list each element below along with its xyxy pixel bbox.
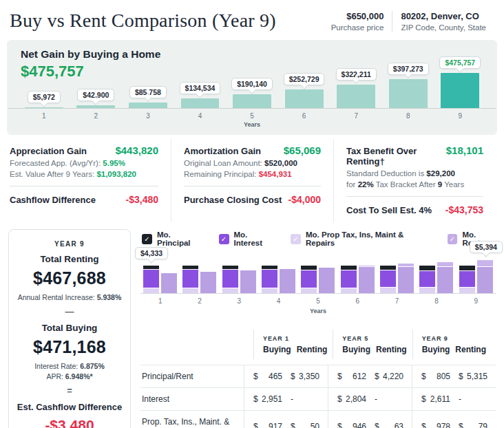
x-tick-label: 9	[456, 297, 496, 305]
legend-item[interactable]: ✓Mo. Prop Tax, Ins, Maint & Repairs	[291, 231, 435, 247]
legend-item[interactable]: ✓Mo. Principal	[142, 231, 207, 247]
money-cell: -	[291, 394, 322, 404]
table-column-header: Renting	[376, 345, 407, 354]
amount: 2,951	[262, 394, 282, 404]
checkbox-checked-icon[interactable]: ✓	[142, 234, 152, 244]
checkbox-checked-icon[interactable]: ✓	[291, 234, 301, 244]
expense-bar-group: 9$5,394	[456, 251, 496, 314]
row-label: Principal/Rent	[140, 365, 244, 387]
page-title: Buy vs Rent Comparison (Year 9)	[10, 10, 276, 32]
renting-bar[interactable]	[437, 262, 453, 294]
buying-bar[interactable]	[182, 266, 198, 294]
expenses-axis-line	[140, 293, 496, 294]
money-cell: $465	[253, 372, 285, 381]
cashflow-diff-value: -$3,480	[13, 417, 126, 428]
total-buying-label: Total Buying	[13, 323, 126, 333]
renting-bar[interactable]	[240, 270, 256, 294]
bar-value-tooltip: $190,140	[231, 78, 273, 90]
renting-bar[interactable]	[161, 273, 177, 294]
buying-bar[interactable]	[143, 266, 159, 294]
location-block: 80202, Denver, CO ZIP Code, County, Stat…	[392, 11, 494, 32]
cost-value: -$43,753	[445, 204, 483, 215]
amount: 63	[395, 422, 403, 428]
renting-bar[interactable]	[398, 264, 414, 294]
gain-block: Appreciation Gain$443,820Forecasted App.…	[10, 139, 158, 186]
amount: 917	[269, 422, 282, 428]
gain-detail-line: Standard Deduction is $29,200	[346, 169, 483, 178]
net-gain-bar-group: $134,5344	[174, 44, 227, 132]
renting-bar[interactable]	[477, 260, 493, 294]
buying-bar[interactable]	[301, 266, 317, 294]
location-value: 80202, Denver, CO	[401, 11, 486, 21]
net-gain-card: Net Gain by Buying a Home $475,757 $5,97…	[7, 40, 497, 135]
table-column-header: Renting	[297, 345, 328, 354]
bar-segment	[459, 266, 475, 270]
expenses-chart: 1$4,33323456789$5,394 Years	[140, 251, 496, 314]
table-row: Interest$2,951-$2,804-$2,611-	[140, 387, 496, 410]
bar-segment	[477, 267, 493, 294]
buying-bar[interactable]	[222, 266, 238, 294]
currency-sign: $	[375, 422, 379, 428]
currency-sign: $	[421, 394, 426, 404]
net-gain-axis-line	[8, 108, 496, 109]
gain-label: Appreciation Gain	[10, 146, 87, 156]
x-tick-label: 2	[180, 297, 219, 305]
net-gain-bar[interactable]	[441, 73, 479, 109]
row-label: Prop. Tax, Ins., Maint. & Repairs	[140, 411, 244, 428]
bar-segment	[262, 266, 277, 269]
header: Buy vs Rent Comparison (Year 9) $650,000…	[0, 0, 504, 37]
x-tick-label: 6	[278, 112, 330, 120]
net-gain-bar[interactable]	[233, 94, 271, 109]
expenses-chart-groups: 1$4,33323456789$5,394	[140, 251, 496, 314]
net-gain-bar[interactable]	[285, 89, 324, 109]
legend-item[interactable]: ✓Mo. Interest	[219, 231, 278, 247]
bar-segment	[319, 268, 335, 294]
renting-bar[interactable]	[280, 269, 295, 294]
buying-bar[interactable]	[419, 266, 435, 294]
checkbox-checked-icon[interactable]: ✓	[448, 234, 458, 244]
table-year-group: $805$5,315	[412, 365, 496, 387]
bar-segment	[341, 270, 357, 288]
money-cell: $946	[337, 422, 369, 428]
x-tick-label: 4	[174, 112, 227, 120]
amount: 978	[437, 422, 450, 428]
checkbox-checked-icon[interactable]: ✓	[219, 234, 229, 244]
money-cell: $3,350	[291, 372, 322, 381]
x-tick-label: 3	[122, 112, 174, 120]
net-gain-bar-group: $475,7579	[434, 44, 487, 132]
stat-column: Appreciation Gain$443,820Forecasted App.…	[8, 139, 171, 222]
net-gain-amount: $475,757	[21, 63, 160, 81]
buying-bar[interactable]	[459, 266, 475, 294]
currency-sign: $	[253, 422, 258, 428]
money-cell: $79	[459, 422, 490, 428]
amount: 805	[437, 372, 450, 381]
renting-bar[interactable]	[319, 268, 335, 294]
bar-value-tooltip: $5,972	[28, 91, 61, 103]
net-gain-bar[interactable]	[337, 85, 375, 109]
table-column-header: Buying	[342, 345, 370, 354]
gain-block: Amortization Gain$65,069Original Loan Am…	[184, 139, 321, 186]
cost-value: -$3,480	[126, 194, 158, 205]
bar-segment	[380, 266, 396, 270]
amount: 2,611	[430, 394, 450, 404]
expense-bar-group: 8	[417, 251, 456, 314]
gain-value: $18,101	[446, 145, 483, 156]
buying-bar[interactable]	[262, 266, 277, 294]
net-gain-bar-group: $190,1405	[226, 44, 278, 132]
legend-label: Mo. Interest	[234, 231, 279, 247]
renting-bar[interactable]	[359, 266, 375, 294]
buying-bar[interactable]	[380, 266, 396, 294]
cost-block: Purchase Closing Cost-$4,000	[184, 186, 321, 212]
money-cell: $805	[421, 372, 453, 381]
net-gain-bar[interactable]	[389, 79, 428, 109]
amount: 5,315	[467, 372, 487, 381]
table-year-group: $612$4,220	[328, 365, 412, 387]
money-cell: $2,611	[421, 394, 453, 404]
expense-bar-group: 5	[298, 251, 337, 314]
net-gain-bar[interactable]	[181, 98, 220, 109]
buying-bar[interactable]	[341, 266, 357, 294]
renting-bar[interactable]	[200, 272, 216, 294]
expense-bar-group: 6	[338, 251, 377, 314]
bar-segment	[200, 272, 216, 294]
cashflow-diff-label: Est. Cashflow Difference	[13, 402, 126, 412]
